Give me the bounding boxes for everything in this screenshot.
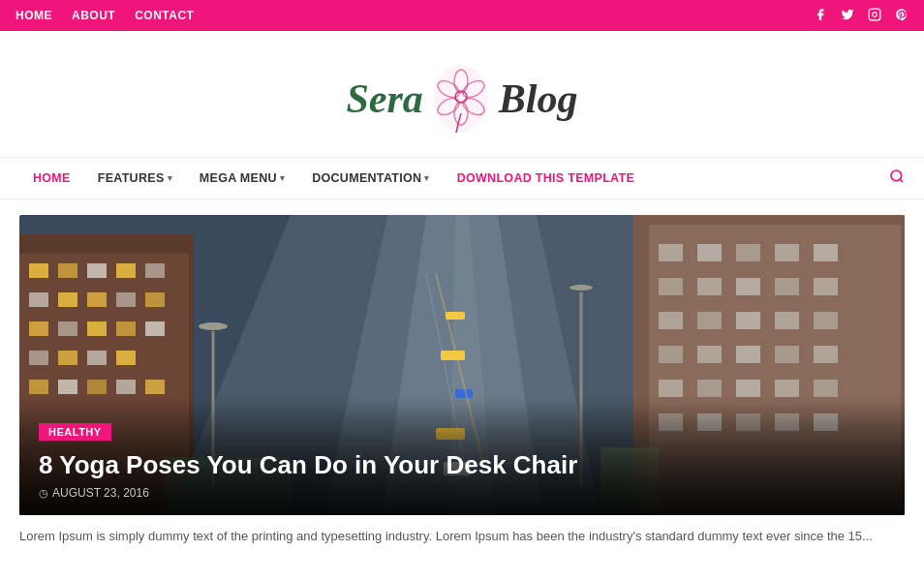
main-nav: HOME FEATURES ▾ MEGA MENU ▾ DOCUMENTATIO… [0, 157, 924, 199]
article-excerpt: Lorem Ipsum is simply dummy text of the … [0, 515, 924, 547]
logo-right: Blog [499, 76, 578, 122]
main-nav-links: HOME FEATURES ▾ MEGA MENU ▾ DOCUMENTATIO… [19, 171, 889, 185]
chevron-down-icon: ▾ [280, 173, 285, 183]
svg-point-10 [891, 170, 902, 181]
top-bar: HOME ABOUT CONTACT [0, 0, 924, 31]
mainnav-documentation[interactable]: DOCUMENTATION ▾ [298, 171, 443, 185]
mainnav-features[interactable]: FEATURES ▾ [84, 171, 186, 185]
instagram-icon[interactable] [868, 8, 881, 24]
twitter-icon[interactable] [841, 8, 854, 24]
topnav-home[interactable]: HOME [15, 9, 52, 22]
hero-title: 8 Yoga Poses You Can Do in Your Desk Cha… [39, 450, 885, 480]
logo-area: Sera Blog [0, 31, 924, 157]
hero-area: HEALTHY 8 Yoga Poses You Can Do in Your … [19, 215, 905, 515]
search-icon[interactable] [889, 168, 905, 188]
hero-category-badge[interactable]: HEALTHY [39, 422, 885, 450]
logo-flower-icon [427, 60, 495, 138]
mainnav-download[interactable]: DOWNLOAD THIS TEMPLATE [444, 171, 648, 185]
logo-left: Sera [346, 76, 422, 122]
excerpt-text: Lorem Ipsum is simply dummy text of the … [19, 527, 905, 547]
svg-line-11 [900, 179, 903, 182]
facebook-icon[interactable] [814, 8, 827, 24]
social-links [814, 8, 909, 24]
clock-icon: ◷ [39, 487, 48, 500]
chevron-down-icon: ▾ [168, 173, 172, 183]
top-nav: HOME ABOUT CONTACT [15, 9, 194, 22]
mainnav-home[interactable]: HOME [19, 171, 84, 185]
mainnav-megamenu[interactable]: MEGA MENU ▾ [186, 171, 298, 185]
svg-point-2 [434, 65, 488, 133]
svg-rect-0 [869, 9, 880, 20]
hero-date: ◷ AUGUST 23, 2016 [39, 486, 885, 500]
hero-date-text: AUGUST 23, 2016 [52, 486, 149, 500]
category-label: HEALTHY [39, 423, 111, 441]
topnav-contact[interactable]: CONTACT [135, 9, 194, 22]
logo[interactable]: Sera Blog [346, 60, 577, 138]
hero-overlay: HEALTHY 8 Yoga Poses You Can Do in Your … [19, 403, 905, 515]
pinterest-icon[interactable] [895, 8, 909, 24]
topnav-about[interactable]: ABOUT [72, 9, 115, 22]
chevron-down-icon: ▾ [424, 173, 429, 183]
